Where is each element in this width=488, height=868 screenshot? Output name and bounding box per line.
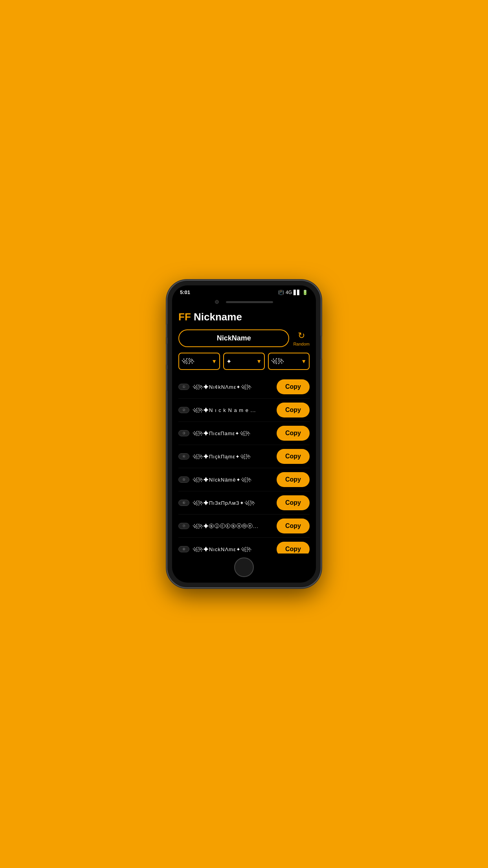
notch-bar: [226, 301, 273, 303]
volume-down-button: [166, 369, 167, 391]
list-item: ② ꧁꧂✦N ı c k N a m e ... Copy: [178, 399, 310, 422]
volume-up-button: [166, 344, 167, 365]
copy-button-6[interactable]: Copy: [277, 495, 310, 510]
filter-dropdown-3[interactable]: ꧁꧂ ▼: [268, 353, 310, 370]
copy-button-2[interactable]: Copy: [277, 403, 310, 417]
copy-button-3[interactable]: Copy: [277, 426, 310, 441]
item-name-5: ꧁꧂✦NïckNämë✦꧁꧂: [193, 477, 273, 483]
item-left-3: ③ ꧁꧂✦ПıcкПamε✦꧁꧂: [178, 430, 273, 436]
item-number-4: ④: [178, 453, 189, 460]
item-name-3: ꧁꧂✦ПıcкПamε✦꧁꧂: [193, 430, 273, 436]
power-button: [321, 336, 322, 359]
item-left-6: ⑥ ꧁꧂✦ПıЗкПрΛмЗ✦꧁꧂: [178, 500, 273, 506]
copy-button-4[interactable]: Copy: [277, 449, 310, 464]
filter-row: ꧁꧂ ▼ ✦ ▼ ꧁꧂ ▼: [178, 353, 310, 370]
random-button[interactable]: ↻ Random: [293, 331, 310, 346]
status-icons: 📳 4G ▋▋ 🔋: [278, 290, 308, 295]
nickname-label: Nickname: [194, 311, 242, 323]
item-name-2: ꧁꧂✦N ı c k N a m e ...: [193, 407, 273, 413]
filter-dropdown-2[interactable]: ✦ ▼: [223, 353, 265, 370]
item-name-4: ꧁꧂✦ПıçkПąmε✦꧁꧂: [193, 454, 273, 460]
network-icon: 4G: [286, 290, 292, 295]
filter-1-text: ꧁꧂: [182, 358, 195, 365]
camera-dot: [215, 300, 219, 304]
list-item: ⑦ ꧁꧂✦ⓃⓘⓒⓚⓃⓐⓜⓔ... Copy: [178, 515, 310, 538]
app-content: FF Nickname ↻ Random ꧁꧂ ▼ ✦ ▼: [172, 306, 316, 554]
nickname-list: ① ꧁꧂✦Nı¢kNΛmε✦꧁꧂ Copy ② ꧁꧂✦N ı c k N a m…: [178, 375, 310, 554]
item-number-1: ①: [178, 384, 189, 390]
item-number-5: ⑤: [178, 476, 189, 483]
item-left-8: ⑧ ꧁꧂✦NıckNΛmε✦꧁꧂: [178, 546, 273, 552]
list-item: ⑧ ꧁꧂✦NıckNΛmε✦꧁꧂ Copy: [178, 538, 310, 554]
battery-icon: 🔋: [302, 290, 308, 295]
home-button-area: [172, 554, 316, 583]
item-name-1: ꧁꧂✦Nı¢kNΛmε✦꧁꧂: [193, 384, 273, 390]
random-icon: ↻: [298, 331, 305, 341]
item-left-4: ④ ꧁꧂✦ПıçkПąmε✦꧁꧂: [178, 453, 273, 460]
chevron-down-icon-1: ▼: [211, 358, 217, 364]
item-number-2: ②: [178, 407, 189, 413]
phone-frame: 5:01 📳 4G ▋▋ 🔋 FF Nickname: [167, 281, 321, 587]
silent-button: [166, 324, 167, 338]
item-left-2: ② ꧁꧂✦N ı c k N a m e ...: [178, 407, 273, 413]
app-title: FF Nickname: [178, 311, 310, 323]
copy-button-7[interactable]: Copy: [277, 519, 310, 533]
list-item: ③ ꧁꧂✦ПıcкПamε✦꧁꧂ Copy: [178, 422, 310, 445]
home-button[interactable]: [234, 557, 254, 577]
item-name-6: ꧁꧂✦ПıЗкПрΛмЗ✦꧁꧂: [193, 500, 273, 506]
filter-3-text: ꧁꧂: [271, 358, 284, 365]
item-number-8: ⑧: [178, 546, 189, 552]
copy-button-8[interactable]: Copy: [277, 542, 310, 554]
list-item: ⑥ ꧁꧂✦ПıЗкПрΛмЗ✦꧁꧂ Copy: [178, 491, 310, 515]
phone-screen: 5:01 📳 4G ▋▋ 🔋 FF Nickname: [172, 285, 316, 583]
notch-area: [172, 297, 316, 306]
item-name-8: ꧁꧂✦NıckNΛmε✦꧁꧂: [193, 546, 273, 552]
chevron-down-icon-3: ▼: [301, 358, 306, 364]
status-bar: 5:01 📳 4G ▋▋ 🔋: [172, 285, 316, 297]
random-label: Random: [293, 342, 310, 346]
signal-icon: ▋▋: [294, 290, 301, 295]
ff-label: FF: [178, 311, 191, 323]
item-number-3: ③: [178, 430, 189, 436]
list-item: ④ ꧁꧂✦ПıçkПąmε✦꧁꧂ Copy: [178, 445, 310, 468]
filter-2-text: ✦: [226, 358, 232, 365]
nickname-input[interactable]: [178, 329, 289, 347]
item-left-7: ⑦ ꧁꧂✦ⓃⓘⓒⓚⓃⓐⓜⓔ...: [178, 523, 273, 529]
status-time: 5:01: [180, 289, 190, 295]
input-row: ↻ Random: [178, 329, 310, 347]
list-item: ⑤ ꧁꧂✦NïckNämë✦꧁꧂ Copy: [178, 468, 310, 491]
item-number-7: ⑦: [178, 523, 189, 529]
item-left-1: ① ꧁꧂✦Nı¢kNΛmε✦꧁꧂: [178, 384, 273, 390]
copy-button-5[interactable]: Copy: [277, 472, 310, 487]
item-number-6: ⑥: [178, 500, 189, 506]
item-left-5: ⑤ ꧁꧂✦NïckNämë✦꧁꧂: [178, 476, 273, 483]
vibrate-icon: 📳: [278, 290, 284, 295]
chevron-down-icon-2: ▼: [256, 358, 262, 364]
copy-button-1[interactable]: Copy: [277, 379, 310, 394]
item-name-7: ꧁꧂✦ⓃⓘⓒⓚⓃⓐⓜⓔ...: [193, 523, 273, 529]
filter-dropdown-1[interactable]: ꧁꧂ ▼: [178, 353, 220, 370]
list-item: ① ꧁꧂✦Nı¢kNΛmε✦꧁꧂ Copy: [178, 375, 310, 399]
